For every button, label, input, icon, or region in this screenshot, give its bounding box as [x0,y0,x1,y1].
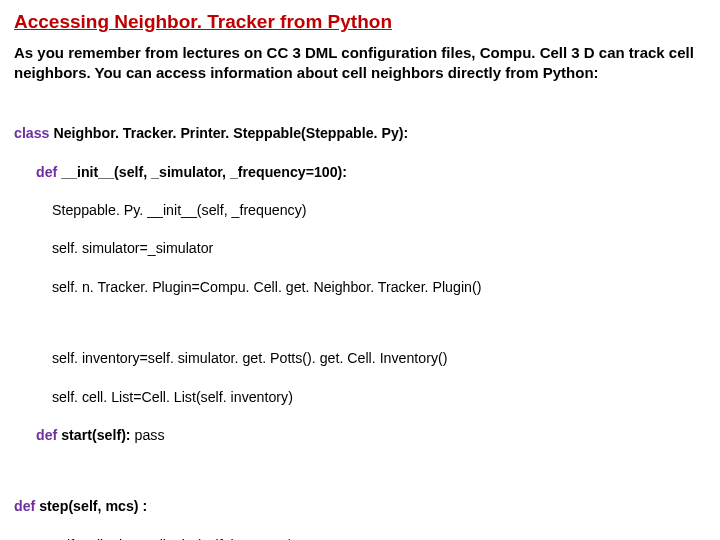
intro-text: As you remember from lectures on CC 3 DM… [14,43,706,84]
kw-class: class [14,125,50,141]
code-line: self. inventory=self. simulator. get. Po… [14,349,706,368]
class-def: Neighbor. Tracker. Printer. Steppable(St… [50,125,409,141]
page-title: Accessing Neighbor. Tracker from Python [14,10,706,35]
code-line: self. n. Tracker. Plugin=Compu. Cell. ge… [14,278,706,297]
kw-def: def [36,164,57,180]
step-sig: step(self, mcs) : [35,498,147,514]
code-block: class Neighbor. Tracker. Printer. Steppa… [14,105,706,540]
code-line: self. simulator=_simulator [14,239,706,258]
start-sig: start(self): [57,427,134,443]
init-sig: __init__(self, _simulator, _frequency=10… [57,164,347,180]
code-line: self. cell. List=Cell. List(self. invent… [14,536,706,540]
pass: pass [135,427,165,443]
kw-def: def [14,498,35,514]
code-line: Steppable. Py. __init__(self, _frequency… [14,201,706,220]
code-line: self. cell. List=Cell. List(self. invent… [14,388,706,407]
kw-def: def [36,427,57,443]
